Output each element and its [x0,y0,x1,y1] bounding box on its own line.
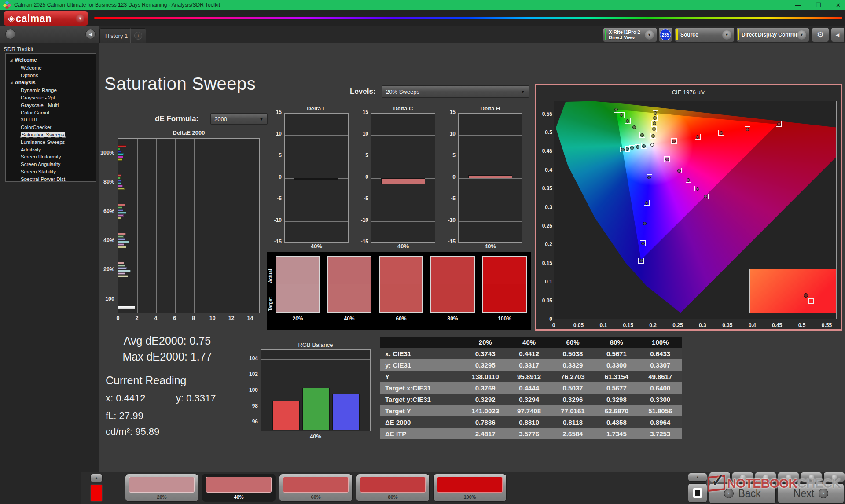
y-tick-label: -15 [267,239,282,245]
y-tick-label: -5 [441,195,456,202]
stop-button[interactable] [688,483,707,503]
sidebar-item-colorchecker[interactable]: ColorChecker [6,124,96,131]
delta-bar [294,178,339,180]
y-tick-label: -10 [441,217,456,223]
sidebar-item-screen-uniformity[interactable]: Screen Uniformity [6,153,96,161]
sidebar-item-options[interactable]: Options [6,72,96,79]
gridline [459,221,522,222]
chevron-up-icon: ▲ [95,476,99,480]
next-button[interactable]: Next› [778,483,844,504]
table-row-label: ΔE 2000 [380,419,463,426]
gridline [459,200,522,200]
sidebar-item-3d-lut[interactable]: 3D LUT [6,116,96,124]
bottom-swatch-80%[interactable]: 80% [356,474,430,502]
x-tick-label: 2 [133,315,140,321]
y-tick-label: 80% [90,179,114,185]
pattern-color-swatch[interactable] [90,484,103,502]
patch-actual [483,257,526,284]
delta-bar [468,175,513,178]
restore-icon[interactable]: ❐ [816,2,821,8]
bottom-swatch-100%[interactable]: 100% [433,474,507,502]
tree-expander-icon[interactable]: ◢ [10,81,12,84]
color-patch-20% [276,256,320,313]
source-dropdown[interactable]: Source ▼ [675,27,735,42]
tab-history-1[interactable]: History 1 [99,28,133,43]
sidebar-item-color-gamut[interactable]: Color Gamut [6,109,96,117]
cie-diagram-panel[interactable]: CIE 1976 u'v' 000.050.050.10.10.150.150.… [535,84,842,331]
deltae-bar [118,217,121,219]
sidebar-item-luminance-sweeps[interactable]: Luminance Sweeps [6,139,96,146]
sidebar-item-analysis[interactable]: ◢Analysis [6,79,96,87]
gridline [175,139,176,313]
table-row: Target Y141.002397.740877.016162.687051.… [380,405,682,416]
table-cell: 0.3329 [551,361,595,369]
bottom-swatch-40%[interactable]: 40% [202,474,276,502]
x-category-label: 40% [284,243,349,250]
table-cell: 76.2703 [551,373,595,380]
cie-data-point [703,194,709,199]
bottom-swatch-20%[interactable]: 20% [125,474,198,502]
meter-dropdown[interactable]: X-Rite i1Pro 2Direct View ▼ [603,27,657,42]
delta-chart-c [371,113,435,243]
delta-chart-title: Delta L [284,105,349,112]
sidebar-item-screen-angularity[interactable]: Screen Angularity [6,161,96,168]
meter-count-badge[interactable]: 235 [660,29,671,40]
panel-collapse-button[interactable]: ◀ [831,27,844,42]
x-tick-label: 0 [114,315,121,321]
levels-dropdown[interactable]: 20% Sweeps▼ [382,85,529,98]
table-row: Target x:CIE310.37690.44440.50370.56770.… [380,382,682,394]
sidebar-round-button[interactable] [5,29,15,39]
nav-strip-button[interactable] [709,472,731,482]
nav-popup-button[interactable]: ▲ [688,473,707,482]
cie-point-circle [653,121,656,125]
table-cell: 0.3296 [551,396,595,403]
deltae-bar [118,151,121,153]
sidebar-item-spectral-power-dist-[interactable]: Spectral Power Dist. [6,176,96,182]
pattern-popup-button[interactable]: ▲ [90,474,103,482]
formula-dropdown[interactable]: 2000▼ [210,113,268,125]
sidebar-item-additivity[interactable]: Additivity [6,146,96,154]
bottom-swatch-60%[interactable]: 60% [279,474,353,502]
nav-strip-button[interactable] [778,472,799,482]
cie-data-point [676,168,682,173]
gridline [285,135,348,136]
deltae-bar [118,270,131,272]
table-cell: 138.0110 [463,373,507,380]
table-cell: 0.3300 [639,396,682,403]
y-tick-label: 0.3 [537,204,552,210]
y-tick-label: 20% [90,266,114,272]
levels-label: Levels: [350,87,376,96]
sidebar-item-saturation-sweeps[interactable]: Saturation Sweeps [6,131,96,139]
y-tick-label: 100 [243,387,258,393]
add-tab-button[interactable]: + [130,28,146,43]
deltae-chart-title: DeltaE 2000 [118,129,260,136]
cie-point-circle [777,122,781,126]
settings-button[interactable]: ⚙ [812,27,829,42]
color-patch-40% [327,256,371,313]
minimize-icon[interactable]: — [795,2,801,8]
sidebar-item-welcome[interactable]: ◢Welcome [6,56,96,64]
sidebar-item-grayscale-2pt[interactable]: Grayscale - 2pt [6,94,96,102]
sidebar-item-welcome[interactable]: Welcome [6,64,96,72]
close-icon[interactable]: ✕ [836,2,841,8]
cie-data-point [639,132,645,138]
chevron-right-icon: › [819,489,828,498]
nav-strip-button[interactable] [755,472,776,482]
tree-expander-icon[interactable]: ◢ [10,59,12,62]
back-button[interactable]: ‹Back [709,483,776,504]
gridline [194,139,195,313]
sidebar-item-grayscale-multi[interactable]: Grayscale - Multi [6,102,96,109]
nav-strip-button[interactable] [732,472,753,482]
calman-menu-button[interactable]: ◈ calman ▼ [4,11,88,26]
deltae-bar [118,275,128,277]
sidebar-item-screen-stability[interactable]: Screen Stability [6,168,96,176]
nav-strip-button[interactable] [801,472,822,482]
display-control-dropdown[interactable]: Direct Display Control ▼ [736,27,809,42]
table-cell: 3.5776 [507,430,551,438]
cie-data-point [619,112,625,118]
rgb-bar-green [302,388,330,430]
sidebar-collapse-button[interactable]: ◀ [85,29,96,39]
nav-strip-button[interactable] [823,472,845,482]
sidebar-title: SDR Toolkit [4,46,33,52]
sidebar-item-dynamic-range[interactable]: Dynamic Range [6,87,96,94]
